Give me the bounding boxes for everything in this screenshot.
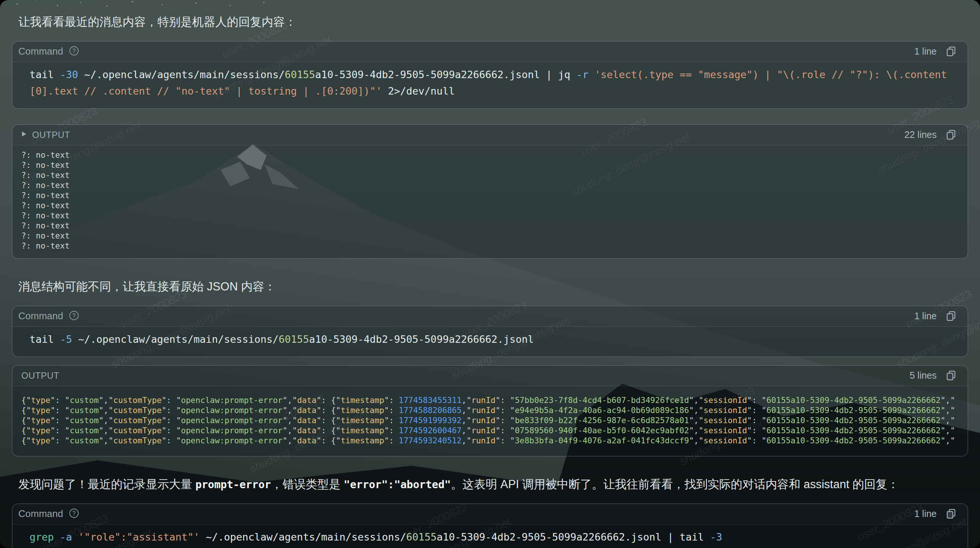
code-line: {"type": "custom","customType": "opencla… xyxy=(21,435,960,446)
code-segment: timestamp xyxy=(340,426,384,435)
code-segment: -3 xyxy=(710,531,722,543)
code-segment: data xyxy=(297,416,317,425)
header-right: 22 lines xyxy=(905,129,957,141)
collapse-arrow-icon[interactable] xyxy=(21,131,27,139)
code-segment: "," xyxy=(941,436,955,445)
code-segment: ," xyxy=(461,416,471,425)
inline-code: prompt-error xyxy=(196,478,271,491)
copy-icon xyxy=(945,45,957,57)
code-segment: e94e9b5a-4f2a-40a6-ac94-0b69d089c186 xyxy=(515,406,689,415)
inline-code: "error":"aborted" xyxy=(344,478,451,491)
code-segment: ": " xyxy=(51,416,70,425)
code-segment: ": {" xyxy=(317,395,341,405)
command-body: tail -30 ~/.openclaw/agents/main/session… xyxy=(12,62,968,108)
code-segment: timestamp xyxy=(340,416,384,425)
code-segment: ": " xyxy=(51,436,70,445)
code-segment: ," xyxy=(461,406,471,415)
code-segment: 1774591999392 xyxy=(399,416,461,425)
output-body: ?: no-text?: no-text?: no-text?: no-text… xyxy=(12,145,968,258)
header-right: 1 line xyxy=(914,45,957,57)
code-segment: type xyxy=(31,436,51,445)
code-segment: "," xyxy=(689,416,703,425)
code-segment: 1774592600467 xyxy=(399,426,461,435)
code-segment: ": xyxy=(384,395,399,405)
code-segment: openclaw:prompt-error xyxy=(181,406,283,415)
copy-button[interactable] xyxy=(945,45,957,57)
code-line: ?: no-text xyxy=(21,200,960,210)
code-segment: 60155a10-5309-4db2-9505-5099a2266662 xyxy=(767,436,941,445)
command-body: tail -5 ~/.openclaw/agents/main/sessions… xyxy=(12,327,968,357)
code-segment: sessionId xyxy=(703,436,747,445)
code-segment: sessionId xyxy=(703,416,747,425)
code-segment: openclaw:prompt-error xyxy=(181,416,283,425)
code-segment: be833f09-b22f-4256-987e-6c6d82578a01 xyxy=(515,416,689,425)
code-segment: 60155 xyxy=(285,69,315,80)
command-block: Command?1 linetail -5 ~/.openclaw/agents… xyxy=(12,306,968,357)
code-segment: data xyxy=(297,395,317,405)
code-segment: ": " xyxy=(496,436,515,445)
code-segment: runId xyxy=(471,406,496,415)
line-count: 1 line xyxy=(914,311,937,322)
code-segment: 60155 xyxy=(406,531,437,543)
code-segment: "," xyxy=(689,426,703,435)
copy-button[interactable] xyxy=(945,369,957,382)
help-icon[interactable]: ? xyxy=(68,310,80,323)
code-segment: {" xyxy=(21,406,31,415)
header-left: Command? xyxy=(18,45,80,58)
command-header: Command?1 line xyxy=(12,306,968,327)
code-segment: ": xyxy=(384,406,399,415)
chat-message-text: 让我看看最近的消息内容，特别是机器人的回复内容： xyxy=(18,14,968,30)
code-segment: ": " xyxy=(496,426,515,435)
code-segment: ": {" xyxy=(317,436,341,445)
code-segment: sessionId xyxy=(703,426,747,435)
code-segment: type xyxy=(31,416,51,425)
code-segment: {" xyxy=(21,436,31,445)
help-icon[interactable]: ? xyxy=(68,45,80,58)
code-segment: "," xyxy=(941,395,955,405)
code-segment: -5 xyxy=(60,333,72,345)
code-segment: customType xyxy=(113,436,161,445)
code-segment: "," xyxy=(941,426,955,435)
help-icon[interactable]: ? xyxy=(68,508,80,520)
code-line: {"type": "custom","customType": "opencla… xyxy=(21,425,960,435)
code-segment: a10-5309-4db2-9505-5099a2266662.jsonl | … xyxy=(437,531,710,543)
village-lights xyxy=(0,0,2,1)
code-segment: timestamp xyxy=(340,395,384,405)
code-segment: runId xyxy=(471,426,496,435)
code-segment: ": " xyxy=(496,416,515,425)
code-segment: ?: no-text xyxy=(21,231,70,241)
code-line: {"type": "custom","customType": "opencla… xyxy=(21,395,960,405)
chat-content: 让我看看最近的消息内容，特别是机器人的回复内容：Command?1 lineta… xyxy=(0,0,980,548)
code-segment: ?: no-text xyxy=(21,160,70,170)
code-segment: 1774593240512 xyxy=(399,436,461,445)
output-block: OUTPUT22 lines?: no-text?: no-text?: no-… xyxy=(12,124,968,259)
header-left: Command? xyxy=(18,310,80,323)
code-line: ?: no-text xyxy=(21,180,960,190)
code-segment: custom xyxy=(70,426,99,435)
code-segment: ": {" xyxy=(317,416,341,425)
code-segment: ": " xyxy=(161,395,181,405)
copy-button[interactable] xyxy=(945,310,957,322)
code-segment: customType xyxy=(113,426,161,435)
code-line: ?: no-text xyxy=(21,221,960,231)
code-segment: "," xyxy=(99,426,113,435)
code-segment: "," xyxy=(689,395,703,405)
line-count: 1 line xyxy=(914,508,937,519)
output-label: OUTPUT xyxy=(21,370,59,381)
code-segment: ": " xyxy=(496,406,515,415)
code-segment: 1774583455311 xyxy=(399,395,461,405)
code-segment: ": " xyxy=(747,406,767,415)
code-segment: runId xyxy=(471,395,496,405)
code-line: {"type": "custom","customType": "opencla… xyxy=(21,405,960,415)
copy-button[interactable] xyxy=(945,508,957,520)
code-segment: ?: no-text xyxy=(21,241,70,250)
command-block: Command?1 linetail -30 ~/.openclaw/agent… xyxy=(12,41,968,109)
code-segment: -30 xyxy=(60,69,78,80)
code-segment: "," xyxy=(689,436,703,445)
code-segment: "," xyxy=(283,395,297,405)
code-segment: 07589560-940f-40ae-b5f0-6042ec9abf02 xyxy=(515,426,689,435)
code-segment: ": " xyxy=(747,395,767,405)
code-segment: ?: no-text xyxy=(21,191,70,200)
code-segment: 60155a10-5309-4db2-9505-5099a2266662 xyxy=(767,426,941,435)
copy-button[interactable] xyxy=(945,129,957,141)
